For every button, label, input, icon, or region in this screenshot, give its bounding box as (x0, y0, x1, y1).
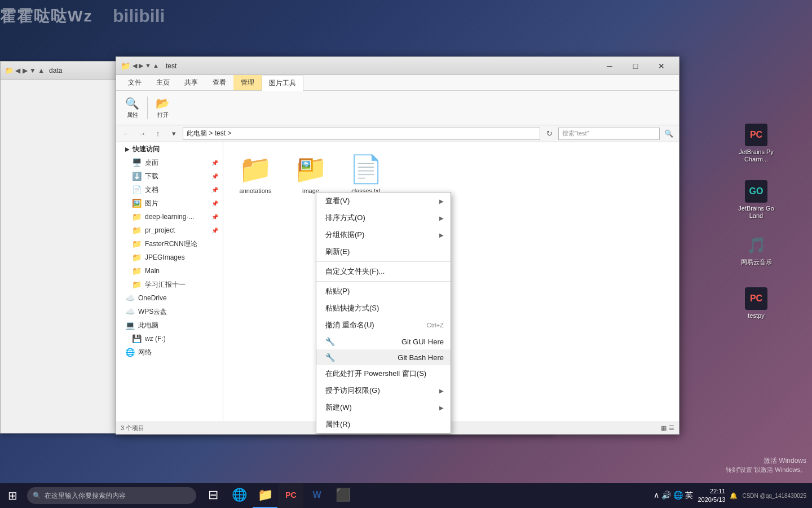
refresh-button[interactable]: ↻ (542, 127, 556, 141)
address-bar[interactable]: 此电脑 > test > (183, 128, 540, 140)
tab-view[interactable]: 查看 (205, 75, 233, 90)
ctx-item-undo[interactable]: 撤消 重命名(U) Ctrl+Z (316, 317, 451, 334)
taskbar-word[interactable]: W (304, 483, 329, 508)
desktop-icon-testpy[interactable]: PC testpy (736, 285, 776, 322)
tab-share[interactable]: 共享 (177, 75, 205, 90)
sidebar-label-deep-learning: deep-learning-... (145, 213, 194, 221)
ribbon-btn-open[interactable]: 📂 打开 (151, 94, 174, 121)
taskbar-chrome[interactable]: 🌐 (227, 483, 251, 508)
documents-icon: 📄 (132, 185, 142, 194)
taskbar-apps: ⊟ 🌐 📁 PC W ⬛ (201, 483, 355, 508)
ctx-item-access[interactable]: 授予访问权限(G) ▶ (316, 382, 451, 399)
sidebar-item-study[interactable]: 📁 学习汇报十一 (116, 278, 223, 291)
taskbar-clock[interactable]: 22:11 2020/5/13 (698, 487, 725, 505)
status-text: 3 个项目 (121, 424, 144, 432)
ctx-item-new[interactable]: 新建(W) ▶ (316, 399, 451, 416)
sidebar-item-jpegimages[interactable]: 📁 JPEGImages (116, 251, 223, 264)
up-button[interactable]: ↑ (151, 127, 165, 141)
taskbar-lang-icon[interactable]: 英 (685, 491, 693, 501)
tab-image-tools[interactable]: 图片工具 (262, 76, 303, 91)
sidebar-label-wps: WPS云盘 (138, 307, 167, 317)
grid-view-icon[interactable]: ▦ (661, 424, 667, 432)
ctx-item-refresh[interactable]: 刷新(E) (316, 243, 451, 260)
ctx-item-group[interactable]: 分组依据(P) ▶ (316, 226, 451, 243)
taskbar-search[interactable]: 🔍 在这里输入你要搜索的内容 (27, 487, 196, 504)
ribbon-btn-properties[interactable]: 🔍 属性 (121, 94, 144, 121)
sidebar-item-this-pc[interactable]: 💻 此电脑 (116, 318, 223, 332)
bg-window-icons: 📁 ◀ ▶ ▼ ▲ (5, 67, 45, 75)
recent-button[interactable]: ▾ (167, 127, 180, 141)
sidebar-item-network[interactable]: 🌐 网络 (116, 345, 223, 359)
sidebar-item-downloads[interactable]: ⬇️ 下载 📌 (116, 169, 223, 183)
sidebar-item-main[interactable]: 📁 Main (116, 264, 223, 278)
sidebar-item-desktop[interactable]: 🖥️ 桌面 📌 (116, 156, 223, 169)
sidebar-label-main: Main (145, 267, 160, 275)
sidebar-label-documents: 文档 (145, 185, 158, 195)
taskbar-pycharm[interactable]: PC (279, 483, 303, 508)
sidebar-item-wps[interactable]: ☁️ WPS云盘 (116, 305, 223, 318)
tab-manage[interactable]: 管理 (233, 75, 262, 90)
ctx-item-git-bash[interactable]: 🔧 Git Bash Here (316, 349, 451, 365)
ctx-item-customize[interactable]: 自定义文件夹(F)... (316, 263, 451, 280)
sidebar-item-deep-learning[interactable]: 📁 deep-learning-... 📌 (116, 210, 223, 224)
search-bar[interactable]: 搜索"test" (558, 128, 660, 140)
list-view-icon[interactable]: ☰ (669, 424, 674, 432)
ctx-item-powershell[interactable]: 在此处打开 Powershell 窗口(S) (316, 365, 451, 382)
tab-home[interactable]: 主页 (149, 75, 177, 90)
sidebar-item-pictures[interactable]: 🖼️ 图片 📌 (116, 196, 223, 210)
sidebar-item-onedrive[interactable]: ☁️ OneDrive (116, 291, 223, 305)
file-item-classes-txt[interactable]: 📄 classes.txt (341, 149, 391, 199)
taskbar-cmd[interactable]: ⬛ (330, 483, 355, 508)
ctx-item-properties[interactable]: 属性(R) (316, 416, 451, 433)
start-button[interactable]: ⊞ (0, 483, 25, 508)
sidebar-label-pr-project: pr_project (145, 226, 175, 234)
watermark-bili: bilibili (113, 6, 165, 27)
ctx-divider-1 (316, 261, 451, 262)
study-icon: 📁 (132, 280, 142, 289)
pin-icon-dl: 📌 (211, 214, 218, 220)
taskbar-task-view[interactable]: ⊟ (201, 483, 226, 508)
pin-icon-pr: 📌 (211, 227, 218, 234)
taskbar-notification[interactable]: 🔔 (730, 492, 738, 500)
ctx-item-paste[interactable]: 粘贴(P) (316, 283, 451, 300)
taskbar-network-icon[interactable]: 🌐 (673, 491, 683, 501)
downloads-icon: ⬇️ (132, 172, 142, 181)
deep-learning-icon: 📁 (132, 212, 142, 221)
image-folder-icon: 📁 🖼️ (294, 154, 328, 185)
ctx-item-view[interactable]: 查看(V) ▶ (316, 192, 451, 209)
file-grid: 📁 annotations 📁 🖼️ image 📄 classes.txt (230, 149, 672, 199)
sidebar-item-documents[interactable]: 📄 文档 📌 (116, 183, 223, 196)
file-item-image[interactable]: 📁 🖼️ image (285, 149, 336, 199)
ctx-item-sort[interactable]: 排序方式(O) ▶ (316, 209, 451, 226)
taskbar-arrow-icon[interactable]: ∧ (654, 491, 659, 501)
file-item-annotations[interactable]: 📁 annotations (230, 149, 281, 199)
taskbar-volume-icon[interactable]: 🔊 (661, 491, 671, 501)
ctx-paste-label: 粘贴(P) (325, 286, 350, 296)
netease-label: 网易云音乐 (741, 259, 772, 266)
taskbar-explorer[interactable]: 📁 (253, 483, 277, 508)
ctx-item-git-gui[interactable]: 🔧 Git GUI Here (316, 334, 451, 349)
search-button[interactable]: 🔍 (662, 127, 676, 141)
sidebar-item-pr-project[interactable]: 📁 pr_project 📌 (116, 224, 223, 237)
ctx-access-arrow: ▶ (439, 388, 444, 394)
back-button[interactable]: ← (120, 127, 133, 141)
sidebar-item-wz-drive[interactable]: 💾 wz (F:) (116, 332, 223, 345)
minimize-button[interactable]: ─ (597, 57, 623, 75)
ctx-refresh-label: 刷新(E) (325, 247, 350, 257)
desktop-icon-pycharm[interactable]: PC JetBrains PyCharm... (736, 121, 776, 165)
maximize-button[interactable]: □ (623, 57, 648, 75)
desktop-icon-goland[interactable]: GO JetBrains GoLand (736, 178, 776, 222)
forward-button[interactable]: → (135, 127, 149, 141)
ctx-item-paste-shortcut[interactable]: 粘贴快捷方式(S) (316, 300, 451, 317)
ctx-sort-arrow: ▶ (439, 215, 444, 221)
ctx-view-label: 查看(V) (325, 196, 350, 206)
ctx-git-bash-label: Git Bash Here (398, 353, 444, 362)
desktop-icon-netease[interactable]: 🎵 网易云音乐 (736, 231, 776, 268)
sidebar-item-quick-access[interactable]: ▸ 快速访问 (116, 142, 223, 156)
ctx-paste-shortcut-label: 粘贴快捷方式(S) (325, 303, 379, 313)
sidebar-item-fasterrcnn[interactable]: 📁 FasterRCNN理论 (116, 237, 223, 251)
ctx-group-label: 分组依据(P) (325, 230, 364, 240)
sidebar-label-this-pc: 此电脑 (138, 321, 158, 330)
tab-file[interactable]: 文件 (121, 75, 149, 90)
close-button[interactable]: ✕ (648, 57, 674, 75)
